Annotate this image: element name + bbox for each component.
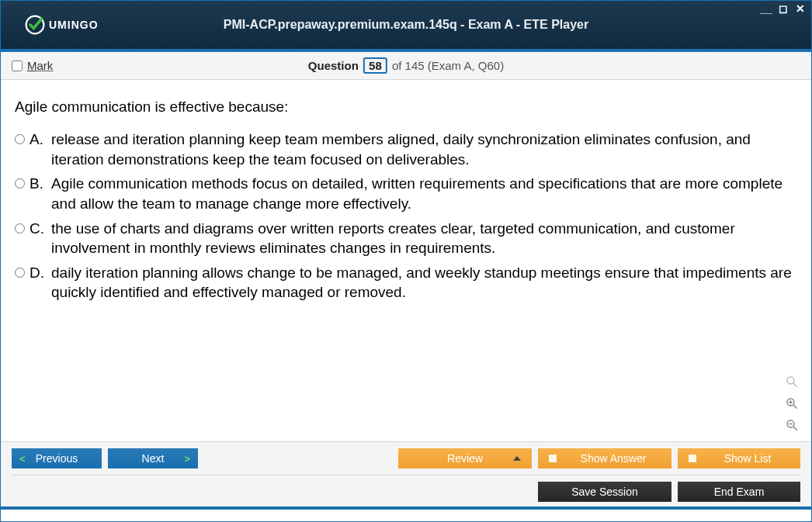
square-icon [549,455,557,462]
show-list-button[interactable]: Show List [678,448,800,468]
zoom-out-icon[interactable] [783,417,800,434]
close-button[interactable]: ✕ [794,2,807,15]
question-info-bar: Mark Question 58 of 145 (Exam A, Q60) [1,52,811,80]
triangle-up-icon [513,456,521,461]
review-button[interactable]: Review [398,448,532,468]
question-total: of 145 (Exam A, Q60) [392,59,504,72]
option-d-radio[interactable] [15,268,25,278]
option-b-radio[interactable] [15,178,25,188]
chevron-left-icon: < [19,453,26,465]
save-session-button[interactable]: Save Session [538,482,671,502]
question-number: 58 [363,57,387,74]
logo-text: UMINGO [49,19,99,31]
show-answer-label: Show Answer [567,452,671,465]
previous-label: Previous [36,452,78,465]
zoom-in-icon[interactable] [783,395,800,412]
window-controls: __ ◻ ✕ [760,2,807,15]
question-position: Question 58 of 145 (Exam A, Q60) [308,57,504,74]
option-letter: C. [29,219,47,239]
show-answer-button[interactable]: Show Answer [538,448,671,468]
titlebar: UMINGO PMI-ACP.prepaway.premium.exam.145… [1,1,811,52]
option-text: release and iteration planning keep team… [51,130,797,169]
svg-line-8 [793,427,797,430]
footer-row-2: Save Session End Exam [12,475,800,502]
previous-button[interactable]: < Previous [12,448,102,468]
square-icon [689,455,696,462]
option-text: Agile communication methods focus on det… [51,174,797,213]
question-content: Agile communication is effective because… [1,80,811,441]
option-letter: D. [29,263,47,283]
logo-checkmark-icon [24,14,46,36]
app-logo: UMINGO [24,14,99,36]
svg-line-4 [793,405,797,409]
option-c-radio[interactable] [15,223,25,233]
review-label: Review [447,452,483,465]
option-a-radio[interactable] [15,134,25,144]
next-button[interactable]: Next > [108,448,198,468]
footer: < Previous Next > Review Show Answer Sho… [1,441,811,506]
footer-row-1: < Previous Next > Review Show Answer Sho… [12,448,800,468]
next-label: Next [142,452,165,465]
option-letter: B. [29,174,47,194]
maximize-button[interactable]: ◻ [777,2,789,15]
option-b[interactable]: B. Agile communication methods focus on … [15,174,797,213]
end-exam-label: End Exam [714,486,765,498]
option-text: daily iteration planning allows change t… [51,263,797,302]
show-list-label: Show List [707,452,800,465]
svg-point-1 [787,377,794,384]
mark-checkbox-wrap[interactable]: Mark [12,59,53,72]
svg-line-2 [793,383,797,387]
option-text: the use of charts and diagrams over writ… [51,219,797,258]
options-list: A. release and iteration planning keep t… [15,130,797,302]
save-session-label: Save Session [571,486,638,498]
zoom-controls [783,373,800,434]
option-c[interactable]: C. the use of charts and diagrams over w… [15,219,797,258]
bottom-accent [1,506,811,510]
mark-label: Mark [27,59,53,72]
mark-checkbox[interactable] [12,60,23,71]
option-d[interactable]: D. daily iteration planning allows chang… [15,263,797,302]
window-title: PMI-ACP.prepaway.premium.exam.145q - Exa… [224,18,588,32]
search-icon[interactable] [783,373,800,390]
minimize-button[interactable]: __ [760,2,772,15]
option-a[interactable]: A. release and iteration planning keep t… [15,130,797,169]
question-label: Question [308,59,359,72]
chevron-right-icon: > [184,453,190,465]
option-letter: A. [29,130,47,150]
question-text: Agile communication is effective because… [15,99,797,116]
end-exam-button[interactable]: End Exam [678,482,800,502]
